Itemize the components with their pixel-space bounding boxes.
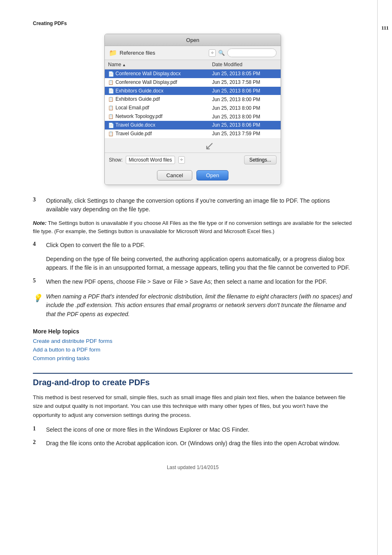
- step-4-text: Click Open to convert the file to a PDF.: [46, 241, 145, 250]
- file-date: Jun 25, 2013 8:06 PM: [209, 121, 281, 130]
- search-icon: 🔍: [218, 50, 225, 56]
- drag-step-2-num: 2: [33, 439, 41, 448]
- table-row[interactable]: 📄Conference Wall Display.docxJun 25, 201…: [105, 69, 281, 78]
- more-help-section: More Help topics Create and distribute P…: [33, 328, 353, 361]
- step-3-block: 3 Optionally, click Settings to change t…: [33, 197, 353, 214]
- word-icon: 📄: [108, 88, 114, 94]
- page-number: 111: [381, 25, 389, 31]
- table-row[interactable]: 📋Exhibitors Guide.pdfJun 25, 2013 8:00 P…: [105, 95, 281, 104]
- file-date: Jun 25, 2013 8:06 PM: [209, 87, 281, 95]
- dialog-title: Open: [105, 34, 281, 46]
- table-row[interactable]: 📋Network Topology.pdfJun 25, 2013 8:00 P…: [105, 112, 281, 121]
- pdf-icon: 📋: [108, 80, 114, 86]
- step-4-detail: Depending on the type of file being conv…: [46, 255, 353, 273]
- col-name: Name: [105, 60, 209, 69]
- file-date: Jun 25, 2013 8:00 PM: [209, 112, 281, 121]
- open-dialog: Open 📁 Reference files ÷ 🔍 Name Date Mod…: [104, 34, 281, 185]
- word-icon: 📄: [108, 123, 114, 128]
- table-row[interactable]: 📄Travel Guide.docxJun 25, 2013 8:06 PM: [105, 121, 281, 130]
- open-button[interactable]: Open: [196, 170, 228, 180]
- step-3-text: Optionally, click Settings to change the…: [46, 197, 353, 214]
- drag-step-1-text: Select the icons of one or more files in…: [46, 426, 249, 435]
- note-text: The Settings button is unavailable if yo…: [33, 220, 352, 234]
- pdf-icon: 📋: [108, 131, 114, 137]
- stepper-control[interactable]: ÷: [209, 49, 216, 57]
- note-block: Note: The Settings button is unavailable…: [33, 219, 353, 235]
- cancel-button[interactable]: Cancel: [157, 170, 192, 180]
- section-header: Creating PDFs: [33, 21, 353, 26]
- drag-section-heading: Drag-and-drop to create PDFs: [33, 373, 353, 387]
- pdf-icon: 📋: [108, 114, 114, 120]
- tip-block: 💡 When naming a PDF that's intended for …: [33, 292, 353, 319]
- file-date: Jun 25, 2013 7:58 PM: [209, 78, 281, 87]
- dialog-toolbar: 📁 Reference files ÷ 🔍: [105, 46, 281, 60]
- drag-step-1-num: 1: [33, 426, 41, 435]
- dialog-action-bar: Cancel Open: [105, 167, 281, 185]
- drag-step-1-block: 1 Select the icons of one or more files …: [33, 426, 353, 435]
- more-help-title: More Help topics: [33, 328, 353, 335]
- drag-step-2-text: Drag the file icons onto the Acrobat app…: [46, 439, 340, 448]
- show-select[interactable]: Microsoft Word files: [126, 156, 175, 164]
- folder-icon: 📁: [109, 49, 117, 57]
- file-table: Name Date Modified 📄Conference Wall Disp…: [105, 60, 281, 138]
- footer: Last updated 1/14/2015: [33, 465, 353, 479]
- drag-body-1: This method is best reserved for small, …: [33, 393, 353, 420]
- page-wrapper: Creating PDFs Open 📁 Reference files ÷ 🔍…: [0, 0, 392, 555]
- file-date: Jun 25, 2013 7:59 PM: [209, 130, 281, 138]
- step-5-text: When the new PDF opens, choose File > Sa…: [46, 278, 327, 287]
- tip-text: When naming a PDF that's intended for el…: [46, 292, 353, 319]
- table-row[interactable]: 📋Travel Guide.pdfJun 25, 2013 7:59 PM: [105, 130, 281, 138]
- content-area: Creating PDFs Open 📁 Reference files ÷ 🔍…: [0, 0, 377, 555]
- col-date: Date Modified: [209, 60, 281, 69]
- right-bar: 111: [377, 0, 392, 555]
- table-row[interactable]: 📋Local Email.pdfJun 25, 2013 8:00 PM: [105, 104, 281, 112]
- tip-icon: 💡: [33, 293, 42, 319]
- folder-name-label: Reference files: [120, 50, 206, 56]
- pdf-icon: 📋: [108, 105, 114, 111]
- table-header-row: Name Date Modified: [105, 60, 281, 69]
- dialog-bottom-bar: Show: Microsoft Word files ÷ Settings...: [105, 153, 281, 167]
- help-link-0[interactable]: Create and distribute PDF forms: [33, 338, 353, 344]
- show-label: Show:: [109, 157, 122, 163]
- show-stepper[interactable]: ÷: [178, 156, 185, 164]
- help-link-1[interactable]: Add a button to a PDF form: [33, 347, 353, 353]
- search-input[interactable]: [227, 49, 277, 57]
- step-4-num: 4: [33, 241, 41, 250]
- step-3-num: 3: [33, 197, 41, 214]
- drag-step-2-block: 2 Drag the file icons onto the Acrobat a…: [33, 439, 353, 448]
- file-table-body: 📄Conference Wall Display.docxJun 25, 201…: [105, 69, 281, 138]
- table-row[interactable]: 📄Exhibitors Guide.docxJun 25, 2013 8:06 …: [105, 87, 281, 95]
- help-link-2[interactable]: Common printing tasks: [33, 355, 353, 361]
- pdf-icon: 📋: [108, 97, 114, 102]
- file-date: Jun 25, 2013 8:00 PM: [209, 104, 281, 112]
- file-date: Jun 25, 2013 8:05 PM: [209, 69, 281, 78]
- note-label: Note:: [33, 220, 46, 226]
- step-4-block: 4 Click Open to convert the file to a PD…: [33, 241, 353, 250]
- table-row[interactable]: 📋Conference Wall Display.pdfJun 25, 2013…: [105, 78, 281, 87]
- word-icon: 📄: [108, 71, 114, 77]
- step-5-block: 5 When the new PDF opens, choose File > …: [33, 278, 353, 287]
- settings-button[interactable]: Settings...: [244, 155, 277, 164]
- step-5-num: 5: [33, 278, 41, 287]
- file-date: Jun 25, 2013 8:00 PM: [209, 95, 281, 104]
- arrow-indicator: ↙: [105, 138, 281, 153]
